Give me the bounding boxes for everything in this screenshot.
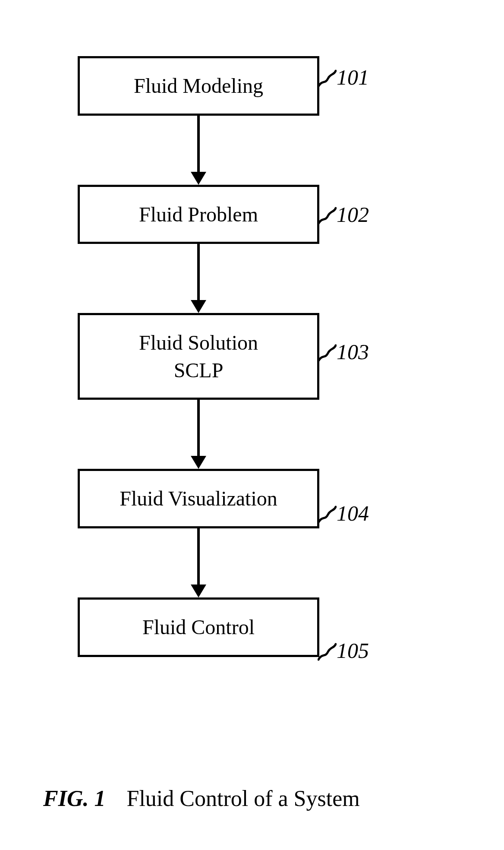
figure-caption-text: Fluid Control of a System	[126, 786, 359, 811]
box-text: Fluid Visualization	[120, 486, 277, 511]
callout-squiggle-icon	[318, 69, 337, 88]
arrow-icon	[191, 244, 206, 313]
ref-label: 103	[337, 340, 369, 364]
flowchart: Fluid Modeling Fluid Problem Fluid Solut…	[78, 56, 319, 657]
ref-label: 104	[337, 501, 369, 525]
callout-squiggle-icon	[318, 642, 337, 661]
box-text: Fluid Modeling	[134, 73, 263, 98]
ref-105: 105	[337, 638, 369, 663]
box-fluid-solution: Fluid Solution SCLP	[78, 313, 319, 400]
ref-label: 105	[337, 638, 369, 663]
box-text: Fluid Control	[142, 615, 255, 640]
ref-104: 104	[337, 501, 369, 526]
ref-103: 103	[337, 339, 369, 364]
arrow-icon	[191, 116, 206, 185]
box-fluid-modeling: Fluid Modeling	[78, 56, 319, 116]
arrow-icon	[191, 528, 206, 597]
arrow-icon	[191, 400, 206, 469]
ref-label: 102	[337, 202, 369, 227]
ref-102: 102	[337, 202, 369, 227]
ref-label: 101	[337, 65, 369, 89]
box-text-line2: SCLP	[174, 358, 224, 383]
box-fluid-problem: Fluid Problem	[78, 185, 319, 244]
figure-label: FIG. 1	[43, 786, 105, 811]
box-text: Fluid Problem	[139, 202, 258, 227]
ref-101: 101	[337, 65, 369, 90]
box-fluid-control: Fluid Control	[78, 597, 319, 657]
box-fluid-visualization: Fluid Visualization	[78, 469, 319, 528]
figure-caption: FIG. 1 Fluid Control of a System	[43, 786, 360, 811]
callout-squiggle-icon	[318, 344, 337, 363]
callout-squiggle-icon	[318, 505, 337, 524]
box-text: Fluid Solution	[139, 330, 258, 355]
callout-squiggle-icon	[318, 206, 337, 225]
